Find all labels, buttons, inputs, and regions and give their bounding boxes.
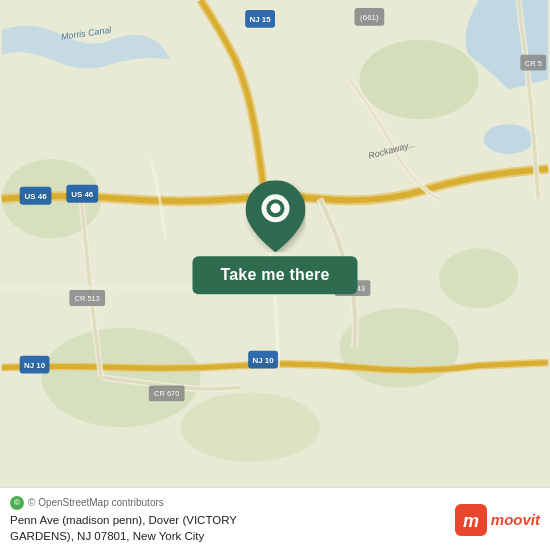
moovit-wordmark: moovit xyxy=(491,511,540,528)
svg-text:US 46: US 46 xyxy=(25,192,48,201)
svg-point-5 xyxy=(181,392,320,462)
svg-text:CR 513: CR 513 xyxy=(75,294,100,303)
bottom-bar: © © OpenStreetMap contributors Penn Ave … xyxy=(0,487,550,550)
svg-text:NJ 10: NJ 10 xyxy=(252,356,274,365)
svg-point-2 xyxy=(359,40,478,119)
copyright-row: © © OpenStreetMap contributors xyxy=(10,496,445,510)
moovit-logo: m moovit xyxy=(455,504,540,536)
copyright-text: © OpenStreetMap contributors xyxy=(28,497,164,508)
take-me-there-button[interactable]: Take me there xyxy=(192,257,357,295)
pin-wrapper xyxy=(245,181,305,253)
osm-logo: © xyxy=(10,496,24,510)
svg-text:CR 5: CR 5 xyxy=(525,59,542,68)
bottom-left-content: © © OpenStreetMap contributors Penn Ave … xyxy=(10,496,445,544)
app-container: US 46 US 46 NJ 15 (661) NJ 10 NJ 10 CR 5… xyxy=(0,0,550,550)
svg-text:CR 670: CR 670 xyxy=(154,389,179,398)
svg-text:NJ 15: NJ 15 xyxy=(250,15,272,24)
moovit-m-icon: m xyxy=(455,504,487,536)
address-text: Penn Ave (madison penn), Dover (VICTORY … xyxy=(10,512,445,544)
svg-text:NJ 10: NJ 10 xyxy=(24,361,46,370)
address-line1: Penn Ave (madison penn), Dover (VICTORY xyxy=(10,514,237,526)
svg-text:US 46: US 46 xyxy=(71,190,94,199)
cta-overlay: Take me there xyxy=(192,181,357,295)
svg-text:(661): (661) xyxy=(360,13,379,22)
map-area: US 46 US 46 NJ 15 (661) NJ 10 NJ 10 CR 5… xyxy=(0,0,550,487)
svg-text:m: m xyxy=(463,511,479,531)
svg-point-32 xyxy=(270,204,280,214)
svg-point-7 xyxy=(439,248,518,308)
svg-point-1 xyxy=(484,124,534,154)
location-pin-icon xyxy=(245,181,305,253)
address-line2: GARDENS), NJ 07801, New York City xyxy=(10,530,204,542)
